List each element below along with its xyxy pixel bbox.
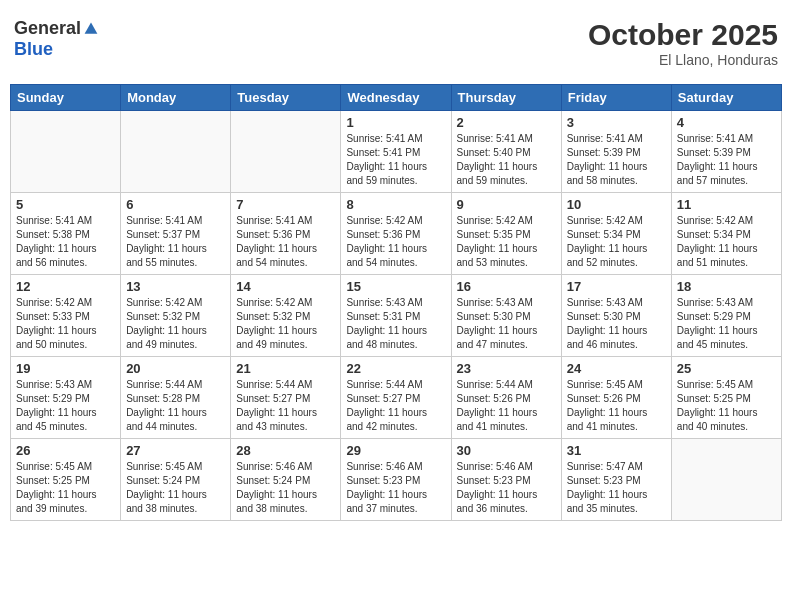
calendar-cell: 9Sunrise: 5:42 AM Sunset: 5:35 PM Daylig… [451, 193, 561, 275]
calendar-cell: 18Sunrise: 5:43 AM Sunset: 5:29 PM Dayli… [671, 275, 781, 357]
day-number: 20 [126, 361, 225, 376]
day-info: Sunrise: 5:42 AM Sunset: 5:33 PM Dayligh… [16, 296, 115, 352]
day-number: 13 [126, 279, 225, 294]
day-number: 16 [457, 279, 556, 294]
day-number: 23 [457, 361, 556, 376]
calendar-cell: 14Sunrise: 5:42 AM Sunset: 5:32 PM Dayli… [231, 275, 341, 357]
calendar-cell: 30Sunrise: 5:46 AM Sunset: 5:23 PM Dayli… [451, 439, 561, 521]
day-number: 10 [567, 197, 666, 212]
calendar-cell: 26Sunrise: 5:45 AM Sunset: 5:25 PM Dayli… [11, 439, 121, 521]
day-info: Sunrise: 5:42 AM Sunset: 5:35 PM Dayligh… [457, 214, 556, 270]
day-number: 6 [126, 197, 225, 212]
svg-marker-0 [85, 22, 98, 33]
day-number: 19 [16, 361, 115, 376]
calendar-cell [121, 111, 231, 193]
calendar-cell: 12Sunrise: 5:42 AM Sunset: 5:33 PM Dayli… [11, 275, 121, 357]
month-title: October 2025 [588, 18, 778, 52]
day-number: 1 [346, 115, 445, 130]
day-number: 5 [16, 197, 115, 212]
calendar-cell: 5Sunrise: 5:41 AM Sunset: 5:38 PM Daylig… [11, 193, 121, 275]
day-number: 2 [457, 115, 556, 130]
day-info: Sunrise: 5:41 AM Sunset: 5:38 PM Dayligh… [16, 214, 115, 270]
weekday-header-row: SundayMondayTuesdayWednesdayThursdayFrid… [11, 85, 782, 111]
calendar-cell [231, 111, 341, 193]
calendar-cell: 16Sunrise: 5:43 AM Sunset: 5:30 PM Dayli… [451, 275, 561, 357]
weekday-header-tuesday: Tuesday [231, 85, 341, 111]
day-info: Sunrise: 5:45 AM Sunset: 5:25 PM Dayligh… [16, 460, 115, 516]
calendar-cell: 4Sunrise: 5:41 AM Sunset: 5:39 PM Daylig… [671, 111, 781, 193]
calendar-cell: 29Sunrise: 5:46 AM Sunset: 5:23 PM Dayli… [341, 439, 451, 521]
calendar-cell: 28Sunrise: 5:46 AM Sunset: 5:24 PM Dayli… [231, 439, 341, 521]
calendar-cell: 24Sunrise: 5:45 AM Sunset: 5:26 PM Dayli… [561, 357, 671, 439]
day-number: 22 [346, 361, 445, 376]
calendar-cell: 6Sunrise: 5:41 AM Sunset: 5:37 PM Daylig… [121, 193, 231, 275]
day-number: 15 [346, 279, 445, 294]
calendar-cell: 13Sunrise: 5:42 AM Sunset: 5:32 PM Dayli… [121, 275, 231, 357]
weekday-header-wednesday: Wednesday [341, 85, 451, 111]
calendar-cell: 31Sunrise: 5:47 AM Sunset: 5:23 PM Dayli… [561, 439, 671, 521]
day-number: 17 [567, 279, 666, 294]
calendar-cell: 21Sunrise: 5:44 AM Sunset: 5:27 PM Dayli… [231, 357, 341, 439]
day-number: 3 [567, 115, 666, 130]
day-info: Sunrise: 5:43 AM Sunset: 5:30 PM Dayligh… [457, 296, 556, 352]
day-info: Sunrise: 5:42 AM Sunset: 5:32 PM Dayligh… [126, 296, 225, 352]
day-info: Sunrise: 5:41 AM Sunset: 5:37 PM Dayligh… [126, 214, 225, 270]
logo-icon [83, 21, 99, 37]
calendar-cell: 25Sunrise: 5:45 AM Sunset: 5:25 PM Dayli… [671, 357, 781, 439]
calendar-cell: 8Sunrise: 5:42 AM Sunset: 5:36 PM Daylig… [341, 193, 451, 275]
day-number: 26 [16, 443, 115, 458]
day-info: Sunrise: 5:45 AM Sunset: 5:26 PM Dayligh… [567, 378, 666, 434]
day-info: Sunrise: 5:42 AM Sunset: 5:34 PM Dayligh… [677, 214, 776, 270]
header: General Blue October 2025 El Llano, Hond… [10, 10, 782, 76]
day-number: 30 [457, 443, 556, 458]
day-info: Sunrise: 5:43 AM Sunset: 5:29 PM Dayligh… [16, 378, 115, 434]
day-number: 9 [457, 197, 556, 212]
day-info: Sunrise: 5:41 AM Sunset: 5:39 PM Dayligh… [567, 132, 666, 188]
weekday-header-sunday: Sunday [11, 85, 121, 111]
week-row-1: 1Sunrise: 5:41 AM Sunset: 5:41 PM Daylig… [11, 111, 782, 193]
day-number: 14 [236, 279, 335, 294]
day-info: Sunrise: 5:45 AM Sunset: 5:24 PM Dayligh… [126, 460, 225, 516]
weekday-header-saturday: Saturday [671, 85, 781, 111]
day-info: Sunrise: 5:46 AM Sunset: 5:23 PM Dayligh… [457, 460, 556, 516]
day-info: Sunrise: 5:44 AM Sunset: 5:27 PM Dayligh… [346, 378, 445, 434]
logo: General Blue [14, 18, 99, 60]
weekday-header-thursday: Thursday [451, 85, 561, 111]
day-number: 25 [677, 361, 776, 376]
calendar-cell: 3Sunrise: 5:41 AM Sunset: 5:39 PM Daylig… [561, 111, 671, 193]
calendar-cell: 10Sunrise: 5:42 AM Sunset: 5:34 PM Dayli… [561, 193, 671, 275]
location-subtitle: El Llano, Honduras [588, 52, 778, 68]
day-info: Sunrise: 5:43 AM Sunset: 5:31 PM Dayligh… [346, 296, 445, 352]
day-number: 8 [346, 197, 445, 212]
day-info: Sunrise: 5:42 AM Sunset: 5:34 PM Dayligh… [567, 214, 666, 270]
day-info: Sunrise: 5:47 AM Sunset: 5:23 PM Dayligh… [567, 460, 666, 516]
day-info: Sunrise: 5:41 AM Sunset: 5:39 PM Dayligh… [677, 132, 776, 188]
calendar-cell: 7Sunrise: 5:41 AM Sunset: 5:36 PM Daylig… [231, 193, 341, 275]
calendar-cell: 27Sunrise: 5:45 AM Sunset: 5:24 PM Dayli… [121, 439, 231, 521]
day-info: Sunrise: 5:42 AM Sunset: 5:36 PM Dayligh… [346, 214, 445, 270]
day-info: Sunrise: 5:44 AM Sunset: 5:27 PM Dayligh… [236, 378, 335, 434]
day-number: 18 [677, 279, 776, 294]
day-number: 27 [126, 443, 225, 458]
day-info: Sunrise: 5:44 AM Sunset: 5:26 PM Dayligh… [457, 378, 556, 434]
calendar-cell: 19Sunrise: 5:43 AM Sunset: 5:29 PM Dayli… [11, 357, 121, 439]
day-number: 7 [236, 197, 335, 212]
day-number: 28 [236, 443, 335, 458]
calendar-cell: 17Sunrise: 5:43 AM Sunset: 5:30 PM Dayli… [561, 275, 671, 357]
day-info: Sunrise: 5:45 AM Sunset: 5:25 PM Dayligh… [677, 378, 776, 434]
day-number: 21 [236, 361, 335, 376]
calendar-cell: 1Sunrise: 5:41 AM Sunset: 5:41 PM Daylig… [341, 111, 451, 193]
day-number: 31 [567, 443, 666, 458]
logo-blue-text: Blue [14, 39, 53, 60]
week-row-2: 5Sunrise: 5:41 AM Sunset: 5:38 PM Daylig… [11, 193, 782, 275]
calendar-cell: 11Sunrise: 5:42 AM Sunset: 5:34 PM Dayli… [671, 193, 781, 275]
calendar-cell: 15Sunrise: 5:43 AM Sunset: 5:31 PM Dayli… [341, 275, 451, 357]
day-info: Sunrise: 5:46 AM Sunset: 5:24 PM Dayligh… [236, 460, 335, 516]
weekday-header-friday: Friday [561, 85, 671, 111]
calendar-cell [11, 111, 121, 193]
day-info: Sunrise: 5:43 AM Sunset: 5:29 PM Dayligh… [677, 296, 776, 352]
calendar-cell: 20Sunrise: 5:44 AM Sunset: 5:28 PM Dayli… [121, 357, 231, 439]
calendar-cell: 2Sunrise: 5:41 AM Sunset: 5:40 PM Daylig… [451, 111, 561, 193]
day-info: Sunrise: 5:41 AM Sunset: 5:36 PM Dayligh… [236, 214, 335, 270]
weekday-header-monday: Monday [121, 85, 231, 111]
